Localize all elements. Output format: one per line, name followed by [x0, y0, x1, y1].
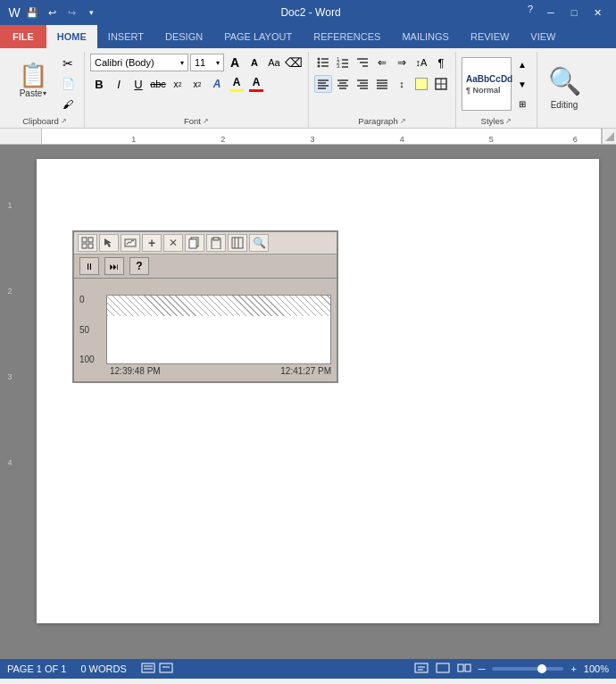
shrink-font-button[interactable]: A [246, 54, 263, 71]
decrease-indent-button[interactable]: ⇐ [373, 54, 391, 71]
chart-plot[interactable] [106, 295, 331, 364]
view-read-icon[interactable] [457, 663, 471, 675]
chart-tool-delete-button[interactable]: ✕ [163, 234, 183, 252]
highlight-indicator: A [229, 76, 244, 92]
tab-file[interactable]: FILE [0, 25, 46, 48]
tab-home[interactable]: HOME [46, 25, 97, 48]
svg-rect-53 [415, 663, 428, 672]
maximize-button[interactable]: □ [562, 0, 586, 25]
bullets-button[interactable] [314, 54, 332, 71]
styles-preview[interactable]: AaBbCcDd ¶ Normal [462, 57, 512, 111]
borders-button[interactable] [432, 75, 450, 93]
line-spacing-button[interactable]: ↕ [393, 75, 411, 93]
redo-qat-button[interactable]: ↪ [62, 4, 80, 21]
minimize-button[interactable]: ─ [539, 0, 562, 25]
ribbon-tabs: FILE HOME INSERT DESIGN PAGE LAYOUT REFE… [0, 25, 616, 48]
show-marks-button[interactable]: ¶ [432, 54, 450, 71]
qat-more-button[interactable]: ▾ [82, 4, 100, 21]
borders-icon [434, 77, 448, 91]
tab-references[interactable]: REFERENCES [303, 25, 391, 48]
subscript-button[interactable]: x2 [169, 75, 187, 93]
ruler-mark-1: 1 [131, 135, 136, 144]
font-size-selector[interactable]: 11 ▾ [190, 54, 224, 71]
chart-tool-add-button[interactable]: + [142, 234, 162, 252]
tab-view[interactable]: VIEW [520, 25, 566, 48]
page[interactable]: + ✕ 🔍 ⏸ ⏭ ? [37, 159, 599, 623]
clipboard-expand[interactable]: ↗ [61, 117, 67, 125]
paste-dropdown-icon[interactable]: ▾ [43, 89, 46, 97]
grow-font-button[interactable]: A [226, 54, 244, 71]
bold-button[interactable]: B [90, 75, 108, 93]
tab-insert[interactable]: INSERT [97, 25, 154, 48]
chart-tool-paste-button[interactable] [206, 234, 226, 252]
zoom-minus-button[interactable]: ─ [479, 663, 486, 674]
zoom-slider[interactable] [492, 667, 563, 671]
proofing-icon[interactable] [141, 663, 155, 675]
styles-expand[interactable]: ↗ [505, 117, 512, 125]
chart-tool-grid-button[interactable] [78, 234, 97, 252]
chart-tool-cursor-button[interactable] [99, 234, 119, 252]
svg-point-3 [318, 58, 320, 61]
styles-up-button[interactable]: ▲ [513, 55, 531, 73]
chart-y-100: 100 [79, 355, 103, 364]
change-case-button[interactable]: Aa [265, 54, 283, 71]
chart-pause-button[interactable]: ⏸ [79, 257, 99, 275]
font-name-dropdown[interactable]: ▾ [180, 59, 184, 67]
tab-review[interactable]: REVIEW [460, 25, 520, 48]
zoom-plus-button[interactable]: + [570, 663, 576, 674]
track-changes-icon[interactable] [159, 663, 173, 675]
tab-mailings[interactable]: MAILINGS [391, 25, 460, 48]
shading-button[interactable] [412, 75, 430, 93]
close-button[interactable]: ✕ [586, 0, 609, 25]
view-normal-icon[interactable] [414, 663, 429, 675]
chart-tool-copy-button[interactable] [185, 234, 204, 252]
align-center-button[interactable] [334, 75, 352, 93]
svg-rect-35 [82, 238, 87, 242]
help-button[interactable]: ? [521, 0, 539, 18]
font-name-selector[interactable]: Calibri (Body) ▾ [90, 54, 188, 71]
justify-button[interactable] [373, 75, 391, 93]
superscript-button[interactable]: x2 [188, 75, 206, 93]
doc-area[interactable]: + ✕ 🔍 ⏸ ⏭ ? [20, 145, 616, 659]
highlight-color-button[interactable]: A [228, 75, 246, 93]
chart-tool-settings-button[interactable] [228, 234, 247, 252]
sort-button[interactable]: ↕A [412, 54, 430, 71]
word-count: 0 WORDS [80, 663, 126, 674]
styles-more-button[interactable]: ⊞ [513, 95, 531, 113]
save-qat-button[interactable]: 💾 [23, 4, 41, 21]
copy-button[interactable]: 📄 [57, 74, 79, 94]
tab-design[interactable]: DESIGN [154, 25, 213, 48]
strikethrough-button[interactable]: abc [149, 75, 167, 93]
cut-button[interactable]: ✂ [57, 54, 79, 73]
paste-button[interactable]: 📋 Paste ▾ [11, 54, 55, 107]
paragraph-expand[interactable]: ↗ [400, 117, 406, 125]
zoom-percent[interactable]: 100% [584, 663, 609, 674]
font-expand[interactable]: ↗ [203, 117, 209, 125]
underline-button[interactable]: U [129, 75, 147, 93]
undo-qat-button[interactable]: ↩ [43, 4, 61, 21]
font-color-button[interactable]: A [247, 75, 265, 93]
numbering-button[interactable]: 1.2.3. [334, 54, 352, 71]
chart-xaxis: 12:39:48 PM 12:41:27 PM [79, 366, 331, 376]
font-size-dropdown[interactable]: ▾ [216, 59, 220, 67]
text-effects-button[interactable]: A [208, 75, 226, 93]
clear-format-button[interactable]: ⌫ [285, 54, 303, 71]
view-web-icon[interactable] [436, 663, 450, 675]
align-left-button[interactable] [314, 75, 332, 93]
multilevel-button[interactable] [354, 54, 371, 71]
align-right-button[interactable] [354, 75, 371, 93]
format-painter-button[interactable]: 🖌 [57, 95, 79, 114]
italic-button[interactable]: I [110, 75, 128, 93]
chart-widget[interactable]: + ✕ 🔍 ⏸ ⏭ ? [72, 230, 338, 383]
styles-arrows: ▲ ▼ ⊞ [513, 55, 531, 113]
chart-skip-button[interactable]: ⏭ [104, 257, 124, 275]
tab-page-layout[interactable]: PAGE LAYOUT [213, 25, 303, 48]
chart-tool-zoom-button[interactable]: 🔍 [249, 234, 269, 252]
editing-text: Editing [551, 100, 579, 110]
chart-hatch-area [107, 296, 330, 316]
svg-marker-34 [605, 132, 614, 141]
styles-down-button[interactable]: ▼ [513, 75, 531, 93]
increase-indent-button[interactable]: ⇒ [393, 54, 411, 71]
chart-tool-graph-button[interactable] [121, 234, 140, 252]
chart-help-button[interactable]: ? [129, 257, 149, 275]
